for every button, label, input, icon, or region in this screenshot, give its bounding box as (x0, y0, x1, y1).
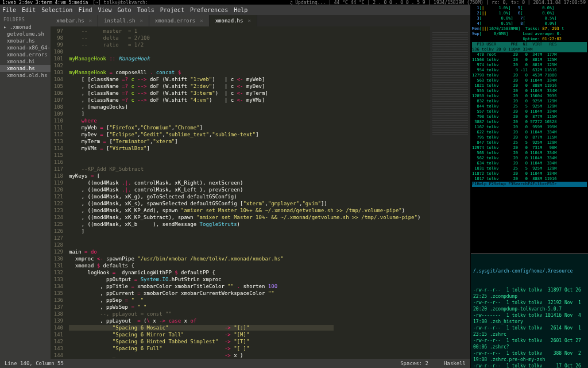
status-spaces[interactable]: Spaces: 2 (400, 361, 428, 366)
sidebar-file[interactable]: xmonad.hi (0, 58, 51, 65)
menu-tools[interactable]: Tools (137, 7, 154, 13)
taskbar: 1:web 2:dev 3:term 4:vm 5:media [~] tolk… (0, 0, 588, 5)
tab-label: install.sh (104, 18, 135, 24)
sidebar-file[interactable]: getvolume.sh (0, 30, 51, 37)
tab[interactable]: xmonad.hs× (210, 15, 257, 26)
menu-project[interactable]: Project (160, 7, 184, 13)
terminal-line: -rw-r--r-- 1 tolkv tolkv 32192 Nov 1 20:… (473, 300, 586, 312)
status-position: Line 140, Column 55 (5, 361, 64, 366)
sidebar-file[interactable]: xmonad.hs (0, 65, 51, 72)
menu-find[interactable]: Find (78, 7, 92, 13)
close-icon[interactable]: × (200, 18, 203, 24)
terminal-line: -rw-r--r-- 1 tolkv tolkv 2614 Nov 1 23:1… (473, 325, 586, 338)
htop-panel[interactable]: 1[| 1.0%] 5[ 0.0%] 2[|| 1.0%] 6[ 0.0%] 3… (471, 5, 588, 253)
terminal-line: -rw-r--r-- 1 tolkv tolkv 388 Nov 2 19:08… (473, 350, 586, 363)
sidebar[interactable]: FOLDERS ▸ .xmonad getvolume.shxmobar.hsx… (0, 15, 51, 359)
htop-cursor-row[interactable]: 536 tolkv 20 0 1104M 334M (472, 47, 587, 52)
close-icon[interactable]: × (89, 18, 92, 24)
sidebar-file[interactable]: xmonad.errors (0, 51, 51, 58)
statusbar: Line 140, Column 55 Spaces: 2 Haskell (0, 359, 470, 368)
menubar[interactable]: FileEditSelectionFindViewGotoToolsProjec… (0, 5, 470, 15)
terminal-line: -rw-r--r-- 1 tolkv tolkv 17 Oct 26 22:32… (473, 363, 586, 368)
menu-preferences[interactable]: Preferences (190, 7, 228, 13)
tab-label: xmonad.errors (155, 18, 195, 24)
menu-edit[interactable]: Edit (22, 7, 36, 13)
menu-view[interactable]: View (98, 7, 111, 13)
close-icon[interactable]: × (140, 18, 142, 24)
sidebar-file[interactable]: xmonad.old.hs (0, 72, 51, 79)
line-gutter: 97 98 99 100 101 102 103 104 105 106 107… (51, 26, 67, 359)
menu-selection[interactable]: Selection (41, 7, 72, 13)
terminal-line: -rw-r--r-- 1 tolkv tolkv 2601 Oct 27 00:… (473, 338, 586, 350)
tab[interactable]: install.sh× (98, 15, 149, 26)
menu-file[interactable]: File (2, 7, 16, 13)
htop-meters: 1[| 1.0%] 5[ 0.0%] 2[|| 1.0%] 6[ 0.0%] 3… (472, 6, 587, 42)
close-icon[interactable]: × (247, 18, 250, 24)
tab[interactable]: xmonad.errors× (149, 15, 210, 26)
tab-label: xmobar.hs (56, 18, 84, 24)
sidebar-title: FOLDERS (0, 16, 51, 24)
terminal-cwd: /.sysgit/arch-config/home/.Xresource (473, 268, 586, 274)
editor-window: FileEditSelectionFindViewGotoToolsProjec… (0, 5, 471, 368)
menu-goto[interactable]: Goto (118, 7, 131, 13)
status-lang[interactable]: Haskell (444, 361, 466, 366)
tab-bar[interactable]: xmobar.hs×install.sh×xmonad.errors×xmona… (51, 15, 470, 26)
htop-header: PID USER PRI NI VIRT RES (472, 42, 587, 47)
terminal[interactable]: /.sysgit/arch-config/home/.Xresource -rw… (471, 253, 588, 368)
htop-rows: 470 root 20 0 347M 177M 11568 tolkv 20 0… (472, 52, 587, 182)
sidebar-file[interactable]: xmonad-x86_64-… (0, 44, 51, 51)
minimap[interactable] (430, 26, 470, 359)
htop-fn-keys[interactable]: F1Help F2Setup F3SearchF4FilterF5Tr (472, 182, 587, 187)
terminal-line: -rw------- 1 tolkv tolkv 101416 Nov 4 17… (473, 312, 586, 325)
tab-label: xmonad.hs (215, 18, 243, 24)
tab[interactable]: xmobar.hs× (51, 15, 98, 26)
menu-help[interactable]: Help (234, 7, 247, 13)
sidebar-file[interactable]: xmobar.hs (0, 37, 51, 44)
code-editor[interactable]: -- master = 1 -- delta = 2/100 -- ratio … (67, 26, 430, 359)
sidebar-folder[interactable]: ▸ .xmonad (0, 24, 51, 30)
terminal-line: -rw-r--r-- 1 tolkv tolkv 31897 Oct 26 22… (473, 287, 586, 300)
